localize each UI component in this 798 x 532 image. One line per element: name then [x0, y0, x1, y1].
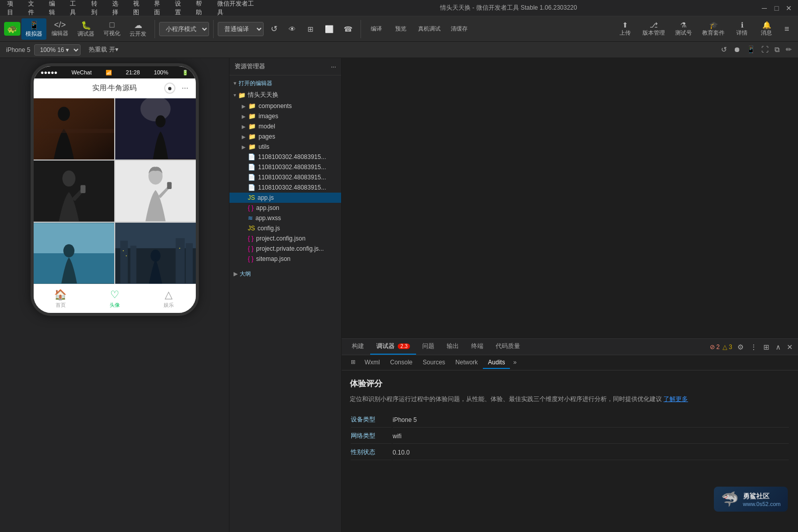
messages-button[interactable]: 🔔 消息: [755, 19, 778, 39]
menu-view[interactable]: 视图: [131, 0, 146, 18]
clear-cache-btn[interactable]: 清缓存: [447, 23, 472, 35]
menu-select[interactable]: 选择: [110, 0, 125, 18]
phone-button[interactable]: ☎: [340, 23, 356, 35]
folder-utils[interactable]: ▶ 📁 utils: [229, 142, 341, 152]
layers-button[interactable]: ⊞: [302, 23, 319, 35]
mode-select[interactable]: 小程序模式: [159, 22, 209, 36]
hot-reload-toggle[interactable]: 热重载 开▾: [89, 45, 118, 54]
cloud-button[interactable]: ☁ 云开发: [125, 18, 150, 40]
paint-icon[interactable]: ✏: [786, 45, 792, 54]
photo-cell-5[interactable]: [34, 223, 114, 284]
folder-pages[interactable]: ▶ 📁 pages: [229, 131, 341, 142]
refresh-folder-btn[interactable]: ↺: [318, 91, 326, 99]
photo-cell-6[interactable]: [115, 223, 196, 284]
split-debug-icon[interactable]: ⊞: [762, 342, 770, 352]
upload-button[interactable]: ⬆ 上传: [614, 19, 636, 39]
tab-entertainment[interactable]: △ 娱乐: [142, 284, 196, 313]
screen-button[interactable]: ⬜: [321, 23, 338, 35]
compile-select[interactable]: 普通编译: [218, 22, 264, 36]
close-button[interactable]: ✕: [785, 4, 793, 12]
outline-section[interactable]: ▶ 大纲: [229, 268, 341, 280]
refresh-button[interactable]: ↺: [266, 22, 282, 36]
photo-cell-2[interactable]: [115, 98, 196, 159]
new-folder-btn[interactable]: 📁+: [300, 91, 316, 99]
subtab-network[interactable]: Network: [450, 357, 483, 369]
file-sitemap[interactable]: { } sitemap.json: [229, 254, 341, 264]
subtab-sources[interactable]: Sources: [418, 357, 450, 369]
editor-button[interactable]: </> 编辑器: [47, 18, 72, 39]
details-button[interactable]: ℹ 详情: [731, 19, 753, 39]
menu-button[interactable]: ≡: [780, 22, 794, 36]
photo-cell-3[interactable]: [34, 161, 114, 222]
file-configjs[interactable]: JS config.js: [229, 223, 341, 233]
menu-goto[interactable]: 转到: [89, 0, 104, 18]
more-debug-icon[interactable]: ⋮: [749, 342, 758, 352]
file-3[interactable]: 📄 1108100302.48083915...: [229, 172, 341, 182]
settings-debug-icon[interactable]: ⚙: [736, 342, 745, 352]
real-test-btn[interactable]: 真机调试: [414, 23, 445, 35]
menu-devtools[interactable]: 微信开发者工具: [215, 0, 257, 18]
menu-settings[interactable]: 设置: [173, 0, 188, 18]
maximize-button[interactable]: □: [773, 4, 781, 12]
file-2[interactable]: 📄 1108100302.48083915...: [229, 162, 341, 172]
tab-avatar[interactable]: ♡ 头像: [88, 284, 142, 313]
nav-dots-btn[interactable]: ···: [182, 84, 188, 93]
folder-images[interactable]: ▶ 📁 images: [229, 111, 341, 121]
tab-terminal[interactable]: 终端: [465, 339, 490, 355]
folder-model[interactable]: ▶ 📁 model: [229, 121, 341, 131]
tab-debugger[interactable]: 调试器 2.3: [370, 339, 416, 355]
record-icon[interactable]: ⏺: [733, 45, 740, 54]
preview-btn[interactable]: 预览: [390, 23, 412, 35]
tab-build[interactable]: 构建: [346, 339, 370, 355]
tab-output[interactable]: 输出: [441, 339, 465, 355]
minimize-button[interactable]: ─: [760, 4, 768, 12]
file-panel-menu[interactable]: ···: [331, 63, 336, 70]
collapse-btn[interactable]: ⊟: [328, 91, 337, 99]
photo-cell-4[interactable]: [115, 161, 196, 222]
file-appjson[interactable]: { } app.json: [229, 203, 341, 213]
file-appjs[interactable]: JS app.js: [229, 193, 341, 203]
visualize-button[interactable]: □ 可视化: [99, 18, 124, 39]
menu-interface[interactable]: 界面: [152, 0, 167, 18]
rotate-icon[interactable]: ↺: [721, 45, 727, 54]
compile-btn[interactable]: 编译: [365, 23, 388, 35]
expand-debug-icon[interactable]: ∧: [775, 342, 782, 352]
subtab-more[interactable]: »: [510, 357, 520, 369]
simulator-button[interactable]: 📱 模拟器: [21, 18, 46, 40]
menu-edit[interactable]: 编辑: [47, 0, 62, 18]
learn-more-link[interactable]: 了解更多: [663, 395, 688, 403]
menu-project[interactable]: 项目: [5, 0, 20, 18]
tab-home[interactable]: 🏠 首页: [34, 284, 88, 313]
preview-icon-button[interactable]: 👁: [284, 23, 300, 35]
close-debug-icon[interactable]: ✕: [786, 342, 794, 352]
subtab-pointer[interactable]: ⊞: [347, 357, 359, 368]
project-header[interactable]: ▾ 📁 情头天天换 + 📁+ ↺ ⊟: [229, 89, 341, 101]
tab-issues[interactable]: 问题: [416, 339, 441, 355]
file-4[interactable]: 📄 1108100302.48083915...: [229, 182, 341, 193]
file-projectconfig[interactable]: { } project.config.json: [229, 233, 341, 244]
copy-icon[interactable]: ⧉: [775, 45, 780, 54]
test-button[interactable]: ⚗ 测试号: [671, 19, 696, 39]
subtab-console[interactable]: Console: [385, 357, 418, 369]
new-file-btn[interactable]: +: [292, 91, 299, 99]
scale-select[interactable]: 100% 16 ▾: [34, 44, 81, 56]
subtab-wxml[interactable]: Wxml: [359, 357, 385, 369]
subtab-audits[interactable]: Audits: [483, 357, 510, 369]
logo-button[interactable]: 🐢: [4, 22, 20, 36]
nav-record-btn[interactable]: ⏺: [164, 83, 175, 94]
file-1[interactable]: 📄 1108100302.48083915...: [229, 152, 341, 162]
file-privateconfig[interactable]: { } project.private.config.js...: [229, 244, 341, 254]
education-button[interactable]: 🎓 教育套件: [698, 19, 729, 39]
menu-file[interactable]: 文件: [26, 0, 41, 18]
photo-cell-1[interactable]: [34, 98, 114, 159]
debugger-button[interactable]: 🐛 调试器: [73, 18, 98, 40]
phone-frame-icon[interactable]: 📱: [746, 45, 755, 54]
version-button[interactable]: ⎇ 版本管理: [638, 19, 669, 39]
menu-help[interactable]: 帮助: [194, 0, 209, 18]
fullscreen-icon[interactable]: ⛶: [761, 45, 768, 54]
file-appwxss[interactable]: ≋ app.wxss: [229, 213, 341, 223]
tab-quality[interactable]: 代码质量: [490, 339, 526, 355]
folder-components[interactable]: ▶ 📁 components: [229, 101, 341, 111]
open-editors-section[interactable]: ▾ 打开的编辑器: [229, 77, 341, 89]
menu-tools[interactable]: 工具: [68, 0, 83, 18]
